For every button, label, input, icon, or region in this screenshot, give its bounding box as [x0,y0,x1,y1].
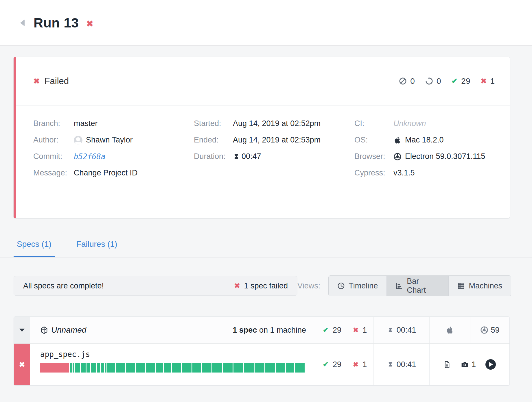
spec-results-cell: ✔ 29 ✖ 1 [316,344,373,385]
circle-slash-icon [399,77,407,85]
group-passed-count: 29 [333,326,341,335]
group-browser-version: 59 [491,326,499,335]
view-timeline-label: Timeline [349,281,378,290]
check-icon: ✔ [452,77,458,86]
stdout-document-icon[interactable] [443,361,451,368]
specs-status-banner: All specs are complete! ✖ 1 spec failed [14,276,297,296]
group-os-cell [429,317,470,343]
group-duration: 00:41 [397,326,416,335]
check-icon: ✔ [323,360,329,368]
detail-message: Message: Change Project ID [33,168,176,178]
hourglass-icon [387,361,394,368]
author-name: Shawn Taylor [86,136,133,145]
detail-browser: Browser: Electron 59.0.3071.115 [354,152,508,161]
spec-list-card: Unnamed 1 spec on 1 machine ✔ 29 ✖ 1 00:… [14,316,510,386]
duration-value: 00:47 [233,152,261,161]
clock-icon [337,282,345,290]
started-label: Started: [194,119,233,128]
message-label: Message: [33,168,74,177]
ended-label: Ended: [194,136,233,145]
run-details: Branch: master Author: Shawn Taylor Comm… [16,105,510,178]
hourglass-icon [233,153,240,160]
spec-duration-bar [40,363,305,373]
started-value: Aug 14, 2019 at 02:52pm [233,119,321,128]
back-button[interactable] [20,18,27,27]
spec-artifacts-cell: 1 [429,344,509,385]
detail-duration: Duration: 00:47 [194,152,337,161]
detail-author: Author: Shawn Taylor [33,135,176,145]
run-status: ✖ Failed [33,76,69,86]
machine-group-row[interactable]: Unnamed 1 spec on 1 machine ✔ 29 ✖ 1 00:… [14,317,509,344]
os-label: OS: [354,136,393,145]
detail-commit: Commit: b52f68a [33,152,176,161]
group-duration-cell: 00:41 [373,317,429,343]
spec-row[interactable]: ✖ app_spec.js ✔ 29 ✖ 1 00:41 [14,344,509,385]
duration-label: Duration: [194,152,233,161]
commit-link[interactable]: b52f68a [74,152,106,161]
group-browser-cell: 59 [470,317,509,343]
stat-failed-value: 1 [490,77,495,86]
spec-passed-count: 29 [333,360,341,369]
view-bar-chart-button[interactable]: Bar Chart [386,276,448,296]
tab-specs[interactable]: Specs (1) [14,240,55,257]
specs-toolbar: All specs are complete! ✖ 1 spec failed … [14,275,511,296]
run-summary-card: ✖ Failed 0 0 ✔ 29 ✖ 1 [14,57,510,218]
avatar [74,136,82,145]
view-bar-chart-label: Bar Chart [407,277,440,295]
stat-pending-value: 0 [437,77,441,86]
x-icon: ✖ [481,77,487,85]
chevron-left-icon [20,19,25,26]
cube-icon [40,326,48,334]
x-icon: ✖ [234,282,240,290]
cypress-label: Cypress: [354,168,393,177]
check-icon: ✔ [323,326,329,334]
page-title: Run 13 [34,15,79,31]
run-status-header: ✖ Failed 0 0 ✔ 29 ✖ 1 [16,57,510,105]
specs-failed-summary: ✖ 1 spec failed [234,281,288,290]
duration-text: 00:47 [242,152,261,161]
view-machines-button[interactable]: Machines [448,276,511,296]
machines-icon [457,282,465,290]
spec-duration: 00:41 [397,360,416,369]
spec-file-name: app_spec.js [40,350,305,359]
detail-os: OS: Mac 18.2.0 [354,135,508,145]
group-failed-count: 1 [362,326,367,335]
chrome-icon [480,326,488,334]
run-stats: 0 0 ✔ 29 ✖ 1 [399,77,495,86]
detail-ci: CI: Unknown [354,119,508,128]
play-video-button[interactable] [485,359,496,370]
run-status-label: Failed [45,76,69,86]
specs-failed-text: 1 spec failed [244,281,288,290]
failed-x-icon: ✖ [33,77,40,86]
detail-started: Started: Aug 14, 2019 at 02:52pm [194,119,337,128]
branch-label: Branch: [33,119,74,128]
run-details-time-column: Started: Aug 14, 2019 at 02:52pm Ended: … [176,119,337,178]
specs-complete-message: All specs are complete! [23,281,104,290]
view-timeline-button[interactable]: Timeline [329,276,386,296]
run-details-commit-column: Branch: master Author: Shawn Taylor Comm… [16,119,176,178]
group-count: 1 spec on 1 machine [233,326,306,335]
caret-down-icon [19,329,25,332]
group-results-cell: ✔ 29 ✖ 1 [316,317,373,343]
spec-failed-count: 1 [362,360,367,369]
branch-value: master [74,119,98,128]
x-icon: ✖ [353,361,358,368]
browser-value: Electron 59.0.3071.115 [393,152,485,161]
run-failed-x-icon: ✖ [86,19,93,29]
ci-value: Unknown [393,119,426,128]
tab-failures[interactable]: Failures (1) [73,240,121,257]
collapse-toggle[interactable] [14,317,30,343]
stat-pending: 0 [425,77,441,86]
os-text: Mac 18.2.0 [405,136,444,145]
spec-duration-cell: 00:41 [373,344,429,385]
ended-value: Aug 14, 2019 at 02:53pm [233,136,321,145]
view-machines-label: Machines [469,281,502,290]
cypress-value: v3.1.5 [393,168,415,177]
x-icon: ✖ [353,326,358,334]
screenshots-group[interactable]: 1 [461,360,476,369]
detail-branch: Branch: master [33,119,176,128]
apple-icon [393,136,402,144]
stat-passed-value: 29 [461,77,470,86]
play-icon [489,362,493,367]
app-header: Run 13 ✖ [0,0,532,46]
